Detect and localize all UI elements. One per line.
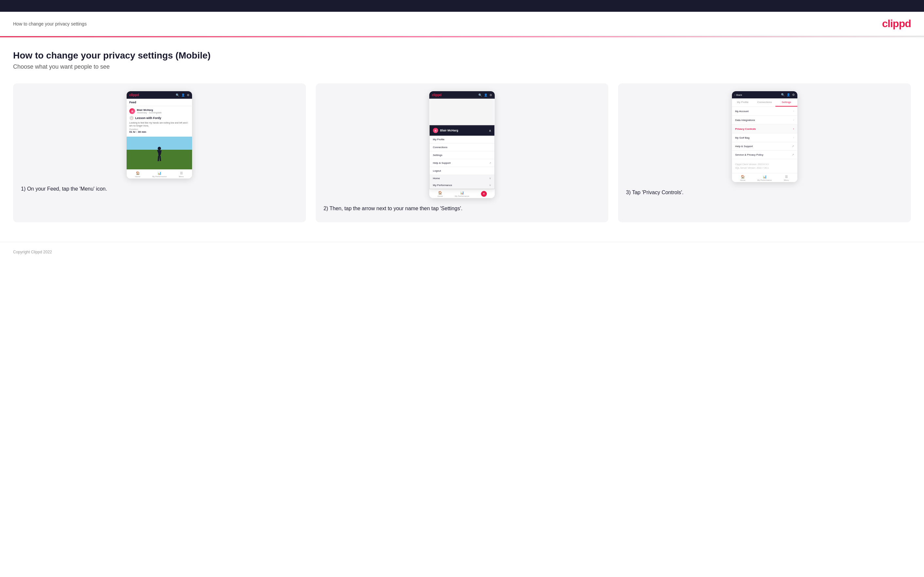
top-bar	[0, 0, 924, 12]
menu-label: Menu	[179, 176, 184, 177]
feed-post: B Blair McHarg Yesterday · Sunningdale 📋…	[127, 106, 192, 137]
step-3-card: ‹ Back 🔍 👤 ⚙ My Profile Connections Sett…	[618, 83, 911, 222]
search-icon-3: 🔍	[781, 93, 785, 97]
settings-item-help-support[interactable]: Help & Support ↗	[732, 142, 797, 151]
tab-settings[interactable]: Settings	[775, 98, 797, 106]
user-icon-2: 👤	[484, 93, 488, 97]
menu-item-help[interactable]: Help & Support ↗	[430, 159, 494, 167]
settings-item-data-integrations[interactable]: Data Integrations ›	[732, 116, 797, 124]
back-button[interactable]: ‹ Back	[735, 93, 742, 97]
help-support-label: Help & Support	[735, 145, 753, 148]
page-subtitle: Choose what you want people to see	[13, 63, 911, 70]
home-icon: 🏠	[136, 171, 140, 175]
feed-duration-label: Duration	[129, 128, 189, 131]
phone2-bottom-nav: 🏠 Home 📊 My Performance ✕	[429, 189, 495, 198]
page-header: How to change your privacy settings clip…	[0, 12, 924, 36]
section-chevron-down-icon-2: ∨	[489, 184, 491, 187]
menu-item-logout[interactable]: Logout	[430, 167, 494, 175]
phone1-body: Feed B Blair McHarg Yesterday · Sunningd…	[127, 99, 192, 169]
menu-item-settings[interactable]: Settings	[430, 152, 494, 159]
phone1-logo: clippd	[129, 93, 139, 97]
section-chevron-down-icon: ∨	[489, 177, 491, 180]
data-integrations-chevron-icon: ›	[793, 118, 794, 122]
performance-label-3: My Performance	[758, 179, 772, 181]
settings-icon: ⚙	[187, 93, 189, 97]
bottom-nav-menu: ☰ Menu	[170, 171, 192, 177]
copyright-text: Copyright Clippd 2022	[13, 250, 52, 254]
settings-icon-3: ⚙	[792, 93, 795, 97]
menu-item-profile[interactable]: My Profile	[430, 136, 494, 143]
my-account-chevron-icon: ›	[793, 110, 794, 113]
feed-user-info: Blair McHarg Yesterday · Sunningdale	[137, 108, 162, 114]
steps-grid: clippd 🔍 👤 ⚙ Feed B Blair McHarg	[13, 83, 911, 222]
phone-mockup-3: ‹ Back 🔍 👤 ⚙ My Profile Connections Sett…	[732, 91, 797, 182]
home-label-3: Home	[740, 179, 745, 181]
step-2-card: clippd 🔍 👤 ⚙ B	[316, 83, 609, 222]
svg-rect-4	[158, 156, 159, 161]
lesson-icon: 📋	[129, 116, 134, 120]
phone3-nav: ‹ Back 🔍 👤 ⚙	[732, 91, 797, 98]
menu-chevron-up-icon: ∧	[489, 129, 491, 132]
data-integrations-label: Data Integrations	[735, 119, 755, 122]
settings-item-service-privacy[interactable]: Service & Privacy Policy ↗	[732, 151, 797, 159]
user-icon-3: 👤	[787, 93, 790, 97]
phone2-logo: clippd	[432, 93, 441, 97]
tab-connections[interactable]: Connections	[754, 98, 775, 106]
help-external-icon: ↗	[792, 145, 794, 148]
feed-duration: 01 hr : 30 min	[129, 131, 189, 134]
settings-item-golf-bag[interactable]: My Golf Bag ›	[732, 134, 797, 142]
version-info: Clippd Client Version: 2022.8.3-3 SQL Se…	[732, 159, 797, 173]
close-icon: ✕	[481, 191, 487, 197]
logo: clippd	[882, 18, 911, 30]
performance-icon-3: 📊	[763, 175, 767, 179]
phone3-bottom-nav: 🏠 Home 📊 My Performance ☰ Menu	[732, 173, 797, 182]
home-label: Home	[135, 176, 141, 177]
my-account-label: My Account	[735, 110, 749, 113]
phone-mockup-1: clippd 🔍 👤 ⚙ Feed B Blair McHarg	[127, 91, 192, 179]
menu-item-connections[interactable]: Connections	[430, 143, 494, 152]
feed-date: Yesterday · Sunningdale	[137, 111, 162, 114]
phone2-bottom-home: 🏠 Home	[429, 191, 451, 197]
svg-point-0	[158, 147, 161, 150]
phone2-nav-icons: 🔍 👤 ⚙	[478, 93, 492, 97]
bottom-nav-home: 🏠 Home	[127, 171, 149, 177]
phone3-bottom-performance: 📊 My Performance	[754, 175, 775, 181]
menu-dropdown: B Blair McHarg ∧ My Profile Connections	[429, 125, 495, 189]
home-icon-3: 🏠	[741, 175, 745, 179]
home-icon-2: 🏠	[438, 191, 442, 195]
feed-lesson-title: 📋 Lesson with Fordy	[129, 116, 189, 120]
step1-description: 1) On your Feed, tap the 'Menu' icon.	[21, 185, 298, 193]
step3-description: 3) Tap 'Privacy Controls'.	[626, 189, 903, 197]
settings-item-my-account[interactable]: My Account ›	[732, 107, 797, 116]
feed-description: Looking to feel like my hands are exitin…	[129, 121, 189, 127]
settings-icon-2: ⚙	[489, 93, 492, 97]
menu-label-3: Menu	[784, 179, 789, 181]
phone2-bg-content	[429, 99, 495, 125]
performance-icon: 📊	[157, 171, 161, 175]
breadcrumb: How to change your privacy settings	[13, 21, 87, 26]
main-content: How to change your privacy settings (Mob…	[0, 37, 924, 242]
feed-tab: Feed	[127, 99, 192, 106]
phone1-nav-icons: 🔍 👤 ⚙	[176, 93, 189, 97]
golf-bag-chevron-icon: ›	[793, 136, 794, 139]
phone3-body: My Account › Data Integrations › Privacy…	[732, 107, 797, 173]
tab-my-profile[interactable]: My Profile	[732, 98, 754, 106]
menu-username: Blair McHarg	[440, 129, 459, 132]
avatar: B	[129, 108, 135, 114]
phone2-bottom-performance: 📊 My Performance	[451, 191, 473, 197]
phone2-nav: clippd 🔍 👤 ⚙	[429, 91, 495, 99]
feed-username: Blair McHarg	[137, 108, 162, 111]
home-label-2: Home	[438, 195, 443, 197]
phone3-nav-icons: 🔍 👤 ⚙	[781, 93, 795, 97]
back-chevron-icon: ‹	[735, 93, 735, 97]
service-external-icon: ↗	[792, 153, 794, 156]
svg-rect-5	[159, 156, 161, 161]
bottom-nav-performance: 📊 My Performance	[149, 171, 170, 177]
menu-section-performance: My Performance ∨	[430, 182, 494, 189]
privacy-controls-chevron-icon: ›	[793, 127, 794, 131]
performance-label: My Performance	[152, 176, 166, 177]
settings-item-privacy-controls[interactable]: Privacy Controls ›	[732, 124, 797, 134]
settings-tabs: My Profile Connections Settings	[732, 98, 797, 107]
menu-user-info: B Blair McHarg	[433, 128, 459, 133]
page-title: How to change your privacy settings (Mob…	[13, 50, 911, 61]
